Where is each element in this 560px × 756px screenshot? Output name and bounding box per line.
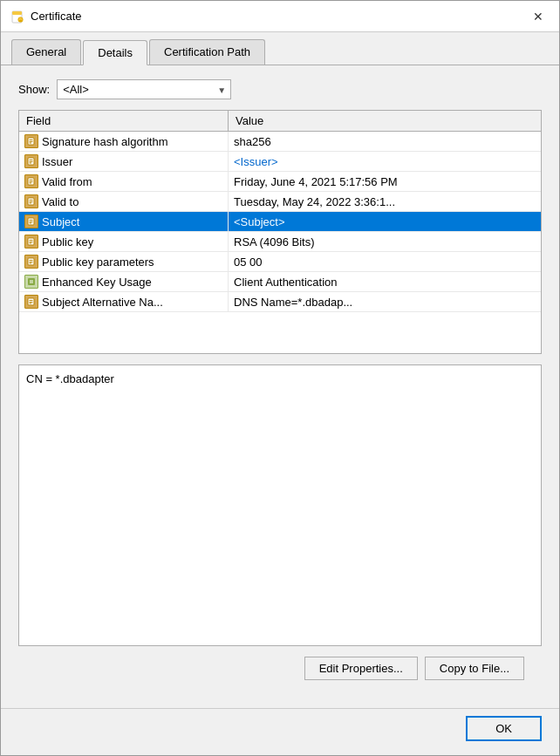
table-row[interactable]: Signature hash algorithmsha256	[19, 132, 541, 152]
value-cell: 05 00	[229, 253, 541, 271]
table-row[interactable]: Public key parameters05 00	[19, 252, 541, 272]
field-label: Public key	[42, 235, 93, 249]
field-cell: Subject Alternative Na...	[19, 292, 229, 311]
certificate-dialog: Certificate ✕ General Details Certificat…	[0, 0, 560, 756]
field-row-icon	[24, 194, 38, 208]
table-row[interactable]: Public keyRSA (4096 Bits)	[19, 232, 541, 252]
field-cell: Enhanced Key Usage	[19, 272, 229, 291]
table-header: Field Value	[19, 111, 541, 132]
value-cell: <Issuer>	[229, 153, 541, 171]
show-dropdown-wrapper: <All>Version 1 Fields OnlyExtensions Onl…	[57, 79, 231, 99]
field-label: Signature hash algorithm	[42, 135, 168, 148]
field-cell: Public key parameters	[19, 252, 229, 271]
field-row-icon	[24, 134, 38, 148]
title-bar: Certificate ✕	[1, 1, 559, 32]
table-row[interactable]: Enhanced Key UsageClient Authentication	[19, 272, 541, 292]
value-cell: DNS Name=*.dbadap...	[229, 293, 541, 311]
field-row-icon	[24, 295, 38, 309]
ok-button[interactable]: OK	[466, 716, 542, 741]
value-column-header: Value	[229, 111, 541, 131]
svg-rect-1	[12, 11, 22, 15]
table-row[interactable]: Subject<Subject>	[19, 212, 541, 232]
title-bar-left: Certificate	[11, 10, 82, 24]
svg-rect-33	[28, 278, 35, 285]
field-row-icon	[24, 174, 38, 188]
tab-general[interactable]: General	[11, 39, 81, 65]
table-body[interactable]: Signature hash algorithmsha256Issuer<Iss…	[19, 132, 541, 353]
content-area: Show: <All>Version 1 Fields OnlyExtensio…	[1, 65, 559, 708]
edit-properties-button[interactable]: Edit Properties...	[304, 657, 418, 680]
dialog-title: Certificate	[31, 10, 82, 23]
action-buttons: Edit Properties... Copy to File...	[18, 657, 542, 694]
field-cell: Subject	[19, 212, 229, 231]
field-label: Subject	[42, 215, 79, 228]
close-button[interactable]: ✕	[528, 6, 549, 27]
field-row-icon	[24, 255, 38, 269]
field-cell: Issuer	[19, 152, 229, 171]
table-row[interactable]: Issuer<Issuer>	[19, 152, 541, 172]
tab-details[interactable]: Details	[83, 40, 147, 65]
value-cell: <Subject>	[229, 213, 541, 231]
value-cell: Tuesday, May 24, 2022 3:36:1...	[229, 193, 541, 211]
show-row: Show: <All>Version 1 Fields OnlyExtensio…	[18, 79, 542, 99]
value-cell: Client Authentication	[229, 273, 541, 291]
value-cell: RSA (4096 Bits)	[229, 233, 541, 251]
detail-box: CN = *.dbadapter	[18, 364, 542, 646]
field-cell: Valid to	[19, 192, 229, 211]
field-row-icon	[24, 154, 38, 168]
field-label: Valid to	[42, 195, 79, 208]
field-label: Subject Alternative Na...	[42, 296, 163, 309]
table-row[interactable]: Subject Alternative Na...DNS Name=*.dbad…	[19, 292, 541, 312]
table-row[interactable]: Valid fromFriday, June 4, 2021 5:17:56 P…	[19, 172, 541, 192]
tab-certification-path[interactable]: Certification Path	[149, 39, 265, 65]
field-row-icon	[24, 275, 38, 289]
table-row[interactable]: Valid toTuesday, May 24, 2022 3:36:1...	[19, 192, 541, 212]
ok-row: OK	[1, 708, 559, 755]
value-cell: Friday, June 4, 2021 5:17:56 PM	[229, 173, 541, 191]
cert-icon	[11, 10, 25, 24]
field-cell: Valid from	[19, 172, 229, 191]
field-label: Issuer	[42, 155, 72, 168]
field-column-header: Field	[19, 111, 229, 131]
field-label: Valid from	[42, 175, 92, 188]
show-label: Show:	[18, 83, 50, 96]
field-row-icon	[24, 235, 38, 249]
field-label: Enhanced Key Usage	[42, 276, 152, 289]
field-cell: Public key	[19, 232, 229, 251]
value-link[interactable]: <Issuer>	[234, 155, 278, 168]
field-row-icon	[24, 215, 38, 228]
field-label: Public key parameters	[42, 255, 154, 269]
copy-to-file-button[interactable]: Copy to File...	[425, 657, 524, 680]
fields-table: Field Value Signature hash algorithmsha2…	[18, 110, 542, 354]
value-cell: sha256	[229, 133, 541, 151]
show-dropdown[interactable]: <All>Version 1 Fields OnlyExtensions Onl…	[57, 79, 231, 99]
tab-bar: General Details Certification Path	[1, 32, 559, 65]
field-cell: Signature hash algorithm	[19, 132, 229, 151]
